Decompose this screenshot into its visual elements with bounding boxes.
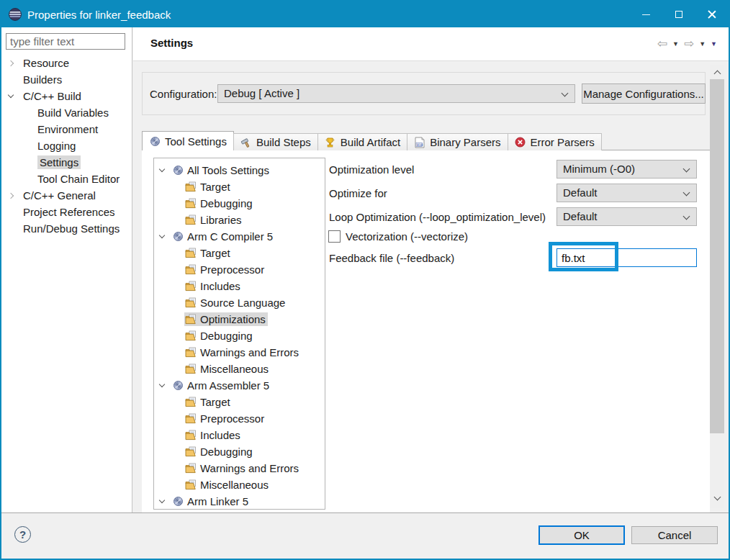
chevron-down-icon[interactable] [158,384,171,387]
folder-icon [185,397,197,408]
chevron-right-icon[interactable] [7,194,23,198]
filter-input[interactable] [6,33,125,50]
sidebar-item-builders[interactable]: Builders [1,71,132,88]
folder-icon [185,463,197,474]
scroll-up-button[interactable] [710,65,724,79]
tab-build-steps[interactable]: Build Steps [233,133,318,150]
tool-tree-item-preprocessor[interactable]: Preprocessor [154,261,325,278]
optimization-level-label: Optimization level [329,163,414,176]
tool-tree-item-debugging[interactable]: Debugging [154,328,325,344]
sidebar-item-tool-chain-editor[interactable]: Tool Chain Editor [1,171,132,187]
loop-optimization-select[interactable]: Default [556,207,697,226]
tool-tree-item-optimizations[interactable]: Optimizations [154,311,325,328]
chevron-down-icon[interactable] [158,500,171,502]
view-menu-icon[interactable]: ▼ [711,40,717,48]
settings-content: Configuration: Debug [ Active ] Manage C… [133,62,729,512]
chevron-down-icon [683,166,690,173]
tool-tree-item-libraries[interactable]: Libraries [154,212,325,228]
sidebar-item-run-debug-settings[interactable]: Run/Debug Settings [1,220,132,237]
close-button[interactable] [695,1,729,27]
sidebar-item-c-c-general[interactable]: C/C++ General [1,187,132,204]
feedback-file-label: Feedback file (--feedback) [329,252,454,264]
tool-tree-item-source-language[interactable]: Source Language [154,294,325,311]
tab-label: Tool Settings [165,135,227,148]
chevron-down-icon[interactable] [158,235,171,238]
wrench-icon [172,380,184,392]
tool-tree-item-label: Miscellaneous [200,479,269,491]
chevron-down-icon[interactable] [158,169,171,171]
sidebar-item-environment[interactable]: Environment [1,121,132,137]
optimization-level-select[interactable]: Minimum (-O0) [556,160,697,179]
sidebar-item-resource[interactable]: Resource [1,55,132,71]
chevron-down-icon [562,90,569,97]
tool-tree-item-preprocessor[interactable]: Preprocessor [154,410,325,427]
tool-tree-item-label: Preprocessor [200,412,264,425]
chevron-down-icon[interactable] [7,95,23,97]
tool-tree-item-includes[interactable]: Includes [154,278,325,294]
sidebar-item-project-references[interactable]: Project References [1,204,132,220]
folder-icon [185,330,197,342]
tool-tree-item-warnings-and-errors[interactable]: Warnings and Errors [154,344,325,361]
sidebar-item-settings[interactable]: Settings [1,154,132,171]
back-dropdown-icon[interactable]: ▼ [672,40,679,48]
folder-icon [185,363,197,375]
sidebar-item-label: Run/Debug Settings [23,222,120,235]
tool-tree-item-arm-c-compiler-5[interactable]: Arm C Compiler 5 [154,228,325,245]
help-button[interactable]: ? [14,526,31,543]
tab-build-artifact[interactable]: Build Artifact [317,133,407,150]
titlebar: Properties for linker_feedback [1,1,729,27]
tab-label: Build Steps [256,136,311,148]
tool-tree-item-debugging[interactable]: Debugging [154,195,325,212]
sidebar-item-c-c-build[interactable]: C/C++ Build [1,88,132,104]
ok-button[interactable]: OK [539,525,625,545]
tool-tree-item-all-tools-settings[interactable]: All Tools Settings [154,162,325,179]
tool-tree-item-label: Debugging [200,446,253,458]
tool-tree-item-miscellaneous[interactable]: Miscellaneous [154,477,325,493]
manage-configurations-button[interactable]: Manage Configurations... [582,83,706,104]
maximize-icon [675,11,682,18]
tool-tree-item-warnings-and-errors[interactable]: Warnings and Errors [154,460,325,477]
tool-tree-item-label: Warnings and Errors [200,462,299,474]
wrench-icon [172,231,184,243]
configuration-select[interactable]: Debug [ Active ] [217,84,575,103]
folder-icon [185,264,197,276]
tool-tree-item-arm-assembler-5[interactable]: Arm Assembler 5 [154,377,325,394]
tool-tree-item-label: Debugging [200,330,253,342]
forward-dropdown-icon[interactable]: ▼ [699,40,706,48]
folder-icon [185,479,197,491]
back-icon[interactable]: ⇦ [657,36,667,51]
chevron-right-icon[interactable] [7,61,23,66]
hammer-icon [240,137,252,148]
cancel-button[interactable]: Cancel [631,526,718,544]
folder-icon [185,413,197,425]
tab-tool-settings[interactable]: Tool Settings [142,131,234,150]
configuration-value: Debug [ Active ] [224,87,299,99]
window-title: Properties for linker_feedback [27,9,171,21]
scroll-down-button[interactable] [710,491,724,505]
minimize-button[interactable] [629,1,662,27]
sidebar-item-build-variables[interactable]: Build Variables [1,104,132,121]
vertical-scrollbar[interactable] [710,65,724,508]
sidebar-item-logging[interactable]: Logging [1,137,132,154]
tool-tree-item-label: Includes [200,280,240,292]
tool-tree-item-target[interactable]: Target [154,245,325,261]
tool-tree-item-miscellaneous[interactable]: Miscellaneous [154,361,325,377]
tab-error-parsers[interactable]: Error Parsers [508,133,602,150]
tool-tree-item-arm-linker-5[interactable]: Arm Linker 5 [154,493,325,510]
feedback-file-input[interactable] [556,248,697,267]
optimize-for-select[interactable]: Default [556,184,697,202]
tool-tree-item-label: Arm Assembler 5 [187,379,269,392]
maximize-button[interactable] [662,1,695,27]
tool-tree-item-label: Debugging [200,197,253,209]
tab-binary-parsers[interactable]: 010Binary Parsers [407,133,508,150]
tool-tree-item-debugging[interactable]: Debugging [154,443,325,460]
tool-tree-item-target[interactable]: Target [154,179,325,195]
tool-settings-panel: All Tools SettingsTargetDebuggingLibrari… [142,150,710,512]
tab-bar: Tool SettingsBuild StepsBuild Artifact01… [142,131,602,150]
scrollbar-thumb[interactable] [710,79,724,433]
vectorization-checkbox[interactable] [328,230,341,243]
tool-tree-item-target[interactable]: Target [154,394,325,410]
tool-tree-item-includes[interactable]: Includes [154,427,325,443]
forward-icon[interactable]: ⇨ [684,36,694,51]
folder-icon [185,314,197,325]
